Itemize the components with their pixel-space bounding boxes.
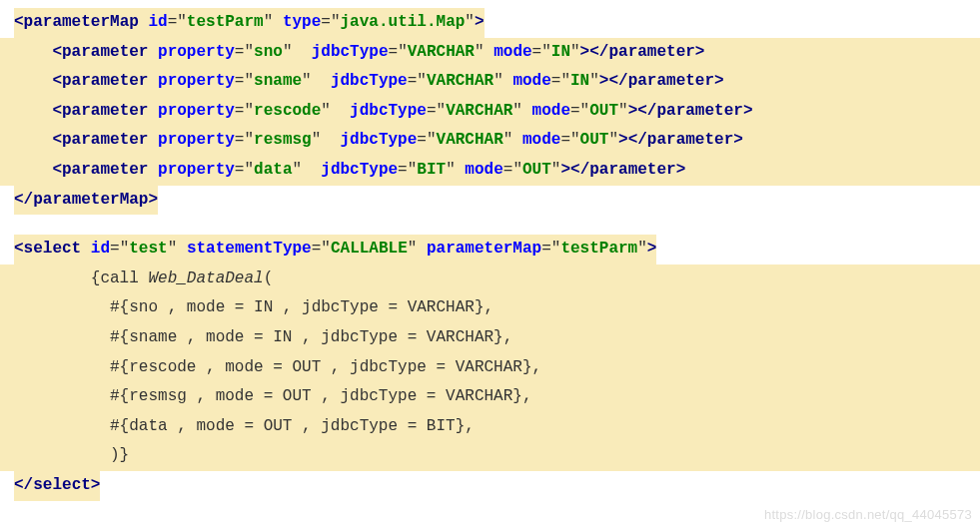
gt: > (148, 191, 158, 209)
val-callable: CALLABLE (331, 240, 408, 258)
parameter-line: <parameter property="data" jdbcType="BIT… (0, 156, 980, 186)
paren: ( (264, 269, 274, 287)
select-open-line: <select id="test" statementType="CALLABL… (0, 235, 980, 265)
attr-parametermap: parameterMap (427, 240, 541, 258)
gt: > (91, 476, 101, 494)
eq: = (321, 13, 331, 31)
slash: / (24, 191, 34, 209)
parameter-line: <parameter property="rescode" jdbcType="… (0, 97, 980, 127)
q: " (465, 13, 475, 31)
call-body-line: #{sno , mode = IN , jdbcType = VARCHAR}, (0, 293, 980, 323)
parameter-map-block: <parameterMap id="testParm" type="java.u… (0, 8, 980, 215)
q: " (177, 13, 187, 31)
val-testparm: testParm (187, 13, 264, 31)
lt: < (14, 13, 24, 31)
call-body-lines: #{sno , mode = IN , jdbcType = VARCHAR},… (0, 293, 980, 471)
parameter-line: <parameter property="sname" jdbcType="VA… (0, 67, 980, 97)
parameter-line: <parameter property="resmsg" jdbcType="V… (0, 126, 980, 156)
call-open: {call (14, 269, 148, 287)
slash: / (24, 476, 34, 494)
attr-id: id (148, 13, 167, 31)
eq: = (168, 13, 178, 31)
q: " (264, 13, 274, 31)
q: " (331, 13, 341, 31)
call-body-line: )} (0, 441, 980, 471)
call-body-line: #{data , mode = OUT , jdbcType = BIT}, (0, 412, 980, 442)
gt: > (647, 240, 657, 258)
call-fn: Web_DataDeal (148, 269, 263, 287)
select-block: <select id="test" statementType="CALLABL… (0, 235, 980, 500)
lt: < (14, 240, 24, 258)
tag-parametermap-close: parameterMap (33, 191, 148, 209)
tag-select-close: select (33, 476, 91, 494)
call-line: {call Web_DataDeal( (0, 265, 980, 294)
attr-statementtype: statementType (187, 240, 312, 258)
val-javautilmap: java.util.Map (341, 13, 466, 31)
parameter-lines: <parameter property="sno" jdbcType="VARC… (0, 38, 980, 186)
parametermap-open-line: <parameterMap id="testParm" type="java.u… (0, 8, 980, 38)
gt: > (475, 13, 485, 31)
val-testparm: testParm (560, 240, 637, 258)
tag-select: select (24, 240, 82, 258)
watermark: https://blog.csdn.net/qq_44045573 (764, 503, 972, 527)
select-close-line: </select> (0, 471, 980, 501)
attr-id: id (91, 240, 110, 258)
val-test: test (129, 240, 167, 258)
lt: < (14, 191, 24, 209)
call-body-line: #{resmsg , mode = OUT , jdbcType = VARCH… (0, 382, 980, 412)
call-body-line: #{sname , mode = IN , jdbcType = VARCHAR… (0, 323, 980, 353)
call-body-line: #{rescode , mode = OUT , jdbcType = VARC… (0, 353, 980, 383)
parametermap-close-line: </parameterMap> (0, 186, 980, 216)
attr-type: type (283, 13, 321, 31)
lt: < (14, 476, 24, 494)
parameter-line: <parameter property="sno" jdbcType="VARC… (0, 38, 980, 68)
tag-parametermap: parameterMap (24, 13, 139, 31)
